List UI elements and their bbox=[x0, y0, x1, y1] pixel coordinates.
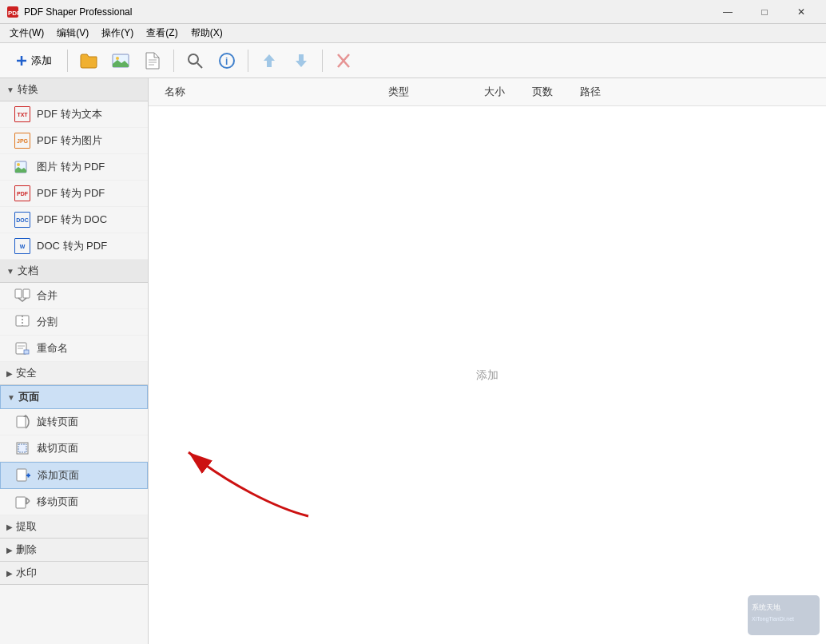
svg-point-9 bbox=[189, 54, 198, 64]
sidebar-item-add-pages[interactable]: 添加页面 bbox=[0, 462, 148, 489]
sidebar-item-image-to-pdf[interactable]: 图片 转为 PDF bbox=[0, 154, 148, 181]
toolbar-separator-1 bbox=[67, 50, 68, 72]
svg-point-20 bbox=[17, 163, 20, 166]
folder-button[interactable] bbox=[74, 47, 103, 74]
menu-view[interactable]: 查看(Z) bbox=[140, 25, 184, 42]
svg-rect-16 bbox=[299, 54, 304, 61]
window-title: PDF Shaper Professional bbox=[24, 6, 132, 18]
sidebar-item-rename[interactable]: 重命名 bbox=[0, 336, 148, 362]
sidebar-item-rename-label: 重命名 bbox=[37, 341, 68, 356]
col-header-path: 路径 bbox=[574, 83, 816, 101]
split-icon bbox=[14, 314, 30, 330]
rename-icon bbox=[14, 340, 30, 356]
toolbar-separator-2 bbox=[173, 50, 174, 72]
section-delete[interactable]: ▶ 删除 bbox=[0, 539, 148, 562]
section-pages[interactable]: ▼ 页面 bbox=[0, 385, 148, 409]
toolbar: 添加 i bbox=[0, 43, 826, 78]
sidebar-item-merge[interactable]: 合并 bbox=[0, 283, 148, 309]
sidebar-item-pdf-to-text[interactable]: TXT PDF 转为文本 bbox=[0, 101, 148, 128]
svg-rect-36 bbox=[16, 497, 26, 508]
section-pages-items: 旋转页面 裁切页面 添 bbox=[0, 409, 148, 515]
svg-text:i: i bbox=[225, 56, 228, 67]
sidebar-item-split-label: 分割 bbox=[37, 315, 58, 329]
menu-file[interactable]: 文件(W) bbox=[3, 25, 50, 42]
menu-edit[interactable]: 编辑(V) bbox=[50, 25, 95, 42]
section-security-label: 安全 bbox=[16, 366, 37, 380]
col-header-type: 类型 bbox=[382, 83, 478, 101]
section-watermark[interactable]: ▶ 水印 bbox=[0, 562, 148, 585]
move-up-button[interactable] bbox=[255, 47, 284, 74]
delete-icon bbox=[336, 53, 351, 69]
sidebar-item-split[interactable]: 分割 bbox=[0, 309, 148, 336]
sidebar-item-pdf-to-pdf[interactable]: PDF PDF 转为 PDF bbox=[0, 181, 148, 207]
toolbar-separator-4 bbox=[322, 50, 323, 72]
minimize-button[interactable]: — bbox=[709, 0, 746, 24]
sidebar-item-pdf-to-text-label: PDF 转为文本 bbox=[37, 107, 102, 121]
section-watermark-label: 水印 bbox=[16, 566, 37, 580]
section-convert[interactable]: ▼ 转换 bbox=[0, 78, 148, 101]
close-button[interactable]: ✕ bbox=[783, 0, 820, 24]
sidebar-item-crop-pages[interactable]: 裁切页面 bbox=[0, 435, 148, 462]
move-down-button[interactable] bbox=[287, 47, 316, 74]
sidebar-item-pdf-to-image-label: PDF 转为图片 bbox=[37, 133, 102, 148]
svg-rect-28 bbox=[24, 350, 29, 354]
svg-marker-13 bbox=[264, 54, 275, 61]
delete-button[interactable] bbox=[329, 47, 358, 74]
section-extract[interactable]: ▶ 提取 bbox=[0, 515, 148, 539]
toolbar-separator-3 bbox=[248, 50, 248, 72]
add-hint: 添加 bbox=[476, 368, 498, 383]
sidebar-item-pdf-to-doc[interactable]: DOC PDF 转为 DOC bbox=[0, 207, 148, 233]
convert-expand-icon: ▼ bbox=[6, 85, 14, 94]
svg-text:XiTongTianDi.net: XiTongTianDi.net bbox=[752, 616, 794, 622]
sidebar-item-move-pages-label: 移动页面 bbox=[37, 495, 78, 509]
search-button[interactable] bbox=[181, 47, 209, 74]
app-icon: PDF bbox=[6, 6, 19, 18]
col-header-pages: 页数 bbox=[526, 83, 574, 101]
info-button[interactable]: i bbox=[212, 47, 241, 74]
column-headers: 名称 类型 大小 页数 路径 bbox=[149, 78, 826, 106]
section-convert-label: 转换 bbox=[18, 82, 38, 97]
image-button[interactable] bbox=[106, 47, 135, 74]
col-header-name: 名称 bbox=[158, 83, 382, 101]
section-pages-label: 页面 bbox=[18, 390, 39, 404]
main-container: ▼ 转换 TXT PDF 转为文本 JPG PDF 转为图片 bbox=[0, 78, 826, 644]
folder-icon bbox=[80, 53, 97, 69]
add-pages-icon bbox=[15, 467, 31, 483]
image-icon bbox=[112, 53, 129, 69]
document-button[interactable] bbox=[138, 47, 167, 74]
add-button[interactable]: 添加 bbox=[6, 47, 61, 74]
down-icon bbox=[295, 54, 308, 68]
sidebar-item-pdf-to-image[interactable]: JPG PDF 转为图片 bbox=[0, 128, 148, 154]
sidebar-item-doc-to-pdf[interactable]: W DOC 转为 PDF bbox=[0, 233, 148, 260]
title-bar-left: PDF PDF Shaper Professional bbox=[6, 6, 132, 18]
move-pages-icon bbox=[14, 494, 30, 510]
svg-rect-29 bbox=[17, 416, 26, 427]
sidebar-item-crop-pages-label: 裁切页面 bbox=[37, 441, 78, 455]
menu-help[interactable]: 帮助(X) bbox=[185, 25, 229, 42]
svg-text:系统天地: 系统天地 bbox=[752, 603, 780, 611]
delete-expand-icon: ▶ bbox=[6, 546, 13, 555]
document-expand-icon: ▼ bbox=[6, 267, 14, 276]
add-label: 添加 bbox=[31, 54, 52, 68]
maximize-button[interactable]: □ bbox=[746, 0, 783, 24]
sidebar: ▼ 转换 TXT PDF 转为文本 JPG PDF 转为图片 bbox=[0, 78, 149, 644]
section-convert-items: TXT PDF 转为文本 JPG PDF 转为图片 图片 转为 bbox=[0, 101, 148, 260]
pdf-to-image-icon: JPG bbox=[14, 133, 30, 149]
svg-text:PDF: PDF bbox=[8, 10, 19, 17]
section-delete-label: 删除 bbox=[16, 543, 37, 557]
sidebar-item-merge-label: 合并 bbox=[37, 288, 58, 303]
image-to-pdf-icon bbox=[14, 159, 30, 175]
sidebar-item-move-pages[interactable]: 移动页面 bbox=[0, 489, 148, 515]
sidebar-item-rotate-pages[interactable]: 旋转页面 bbox=[0, 409, 148, 435]
section-document-items: 合并 分割 bbox=[0, 283, 148, 362]
svg-line-10 bbox=[197, 63, 202, 68]
menu-actions[interactable]: 操作(Y) bbox=[95, 25, 140, 42]
section-security[interactable]: ▶ 安全 bbox=[0, 362, 148, 385]
section-document[interactable]: ▼ 文档 bbox=[0, 260, 148, 283]
rotate-pages-icon bbox=[14, 414, 30, 430]
sidebar-item-rotate-pages-label: 旋转页面 bbox=[37, 415, 78, 429]
svg-rect-41 bbox=[748, 595, 820, 635]
window-controls: — □ ✕ bbox=[709, 0, 820, 24]
content-area: 名称 类型 大小 页数 路径 添加 bbox=[149, 78, 826, 644]
info-icon: i bbox=[219, 53, 235, 69]
